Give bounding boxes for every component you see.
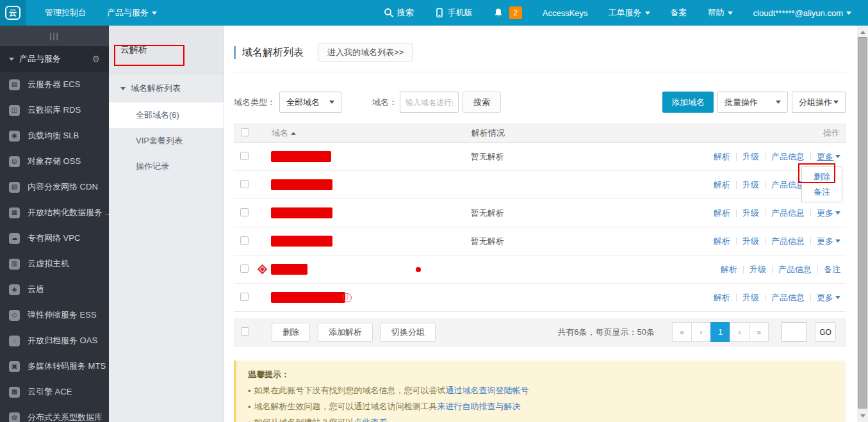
menu-item-delete[interactable]: 删除 xyxy=(814,171,830,183)
sidebar-header[interactable]: 产品与服务 ⚙ xyxy=(0,46,109,72)
redacted-domain xyxy=(271,264,307,275)
sidebar-item-ace[interactable]: ▩云引擎 ACE xyxy=(0,379,109,405)
sidebar-item-webhosting[interactable]: ▥云虚拟主机 xyxy=(0,251,109,277)
switch-group-button[interactable]: 切换分组 xyxy=(381,323,436,342)
current-page-button[interactable]: 1 xyxy=(710,322,730,342)
domain-search-input[interactable] xyxy=(400,92,459,113)
delete-button[interactable]: 删除 xyxy=(272,323,310,342)
sidebar-item-slb[interactable]: ◉负载均衡 SLB xyxy=(0,123,109,149)
product-info-link[interactable]: 产品信息 xyxy=(771,151,805,163)
sidebar-collapse-handle[interactable]: ||| xyxy=(0,26,109,46)
resolve-link[interactable]: 解析 xyxy=(714,292,730,304)
nav-mobile[interactable]: 手机版 xyxy=(424,0,483,26)
resolve-link[interactable]: 解析 xyxy=(714,179,730,191)
sidebar-item-vpc[interactable]: ☁专有网络 VPC xyxy=(0,225,109,251)
row-checkbox[interactable] xyxy=(240,152,249,160)
more-link[interactable]: 更多 xyxy=(817,292,840,304)
prev-page-button[interactable]: ‹ xyxy=(691,322,711,342)
nav-accesskeys[interactable]: AccessKeys xyxy=(532,0,598,26)
nav-account-menu[interactable]: cloudt******@aliyun.com xyxy=(743,0,862,26)
resolve-link[interactable]: 解析 xyxy=(714,236,730,247)
sidebar-item-yundun[interactable]: ◈云盾 xyxy=(0,277,109,302)
chevron-down-icon xyxy=(776,101,781,104)
sidebar-item-ecs[interactable]: ▤云服务器 ECS xyxy=(0,72,109,97)
load-balancer-icon: ◉ xyxy=(9,131,20,142)
product-info-link[interactable]: 产品信息 xyxy=(771,179,805,191)
enter-domain-list-button[interactable]: 进入我的域名列表>> xyxy=(318,44,413,61)
nav-beian[interactable]: 备案 xyxy=(660,0,698,26)
sidebar-item-cdn[interactable]: ▧内容分发网络 CDN xyxy=(0,174,109,200)
scroll-down-arrow-icon[interactable] xyxy=(857,410,868,421)
view-guide-link[interactable]: 点此查看 xyxy=(354,417,388,422)
add-record-button[interactable]: 添加解析 xyxy=(318,323,373,342)
upgrade-link[interactable]: 升级 xyxy=(749,264,766,275)
last-page-button[interactable]: » xyxy=(749,322,769,342)
group-actions-select[interactable]: 分组操作 xyxy=(792,92,846,113)
search-button[interactable]: 搜索 xyxy=(463,92,501,113)
query-account-link[interactable]: 通过域名查询登陆帐号 xyxy=(446,385,529,396)
product-info-link[interactable]: 产品信息 xyxy=(771,292,805,304)
menu-item-remark[interactable]: 备注 xyxy=(814,186,830,198)
select-all-checkbox[interactable] xyxy=(241,327,249,336)
nav-search[interactable]: 搜索 xyxy=(373,0,424,26)
sidebar-item-rds[interactable]: ◫云数据库 RDS xyxy=(0,97,109,123)
remark-link[interactable]: 备注 xyxy=(824,264,840,275)
nav-tickets-menu[interactable]: 工单服务 xyxy=(598,0,660,26)
actions-column-header: 操作 xyxy=(664,127,845,139)
distributed-db-icon: ◍ xyxy=(9,412,20,422)
subnav-item-all-domains[interactable]: 全部域名(6) xyxy=(109,102,224,128)
bell-icon xyxy=(493,8,504,18)
nav-notifications[interactable]: 2 xyxy=(483,0,532,26)
upgrade-link[interactable]: 升级 xyxy=(742,179,759,191)
add-domain-button[interactable]: 添加域名 xyxy=(662,92,714,113)
product-info-link[interactable]: 产品信息 xyxy=(771,236,805,247)
aliyun-logo[interactable]: 云 xyxy=(0,0,26,26)
sidebar-item-ess[interactable]: ◇弹性伸缩服务 ESS xyxy=(0,302,109,328)
resolve-link[interactable]: 解析 xyxy=(714,151,730,163)
more-link[interactable]: 更多 xyxy=(817,207,840,219)
sidebar-item-drds[interactable]: ◍分布式关系型数据库 xyxy=(0,405,109,422)
upgrade-link[interactable]: 升级 xyxy=(742,236,759,247)
subnav-group-domain-list[interactable]: 域名解析列表 xyxy=(109,74,224,102)
sidebar-item-ots[interactable]: ▦开放结构化数据服务 ... xyxy=(0,200,109,225)
next-page-button[interactable]: › xyxy=(730,322,749,342)
self-check-link[interactable]: 来进行自助排查与解决 xyxy=(438,401,521,412)
row-checkbox[interactable] xyxy=(240,264,249,273)
shield-icon: ◈ xyxy=(9,284,20,295)
vertical-scrollbar[interactable] xyxy=(857,26,868,422)
subnav-item-operation-log[interactable]: 操作记录 xyxy=(109,154,224,179)
more-link[interactable]: 更多 xyxy=(817,236,840,247)
row-checkbox[interactable] xyxy=(240,180,249,188)
nav-help-menu[interactable]: 帮助 xyxy=(698,0,743,26)
scroll-up-arrow-icon[interactable] xyxy=(857,27,868,37)
nav-products-menu[interactable]: 产品与服务 xyxy=(97,0,167,26)
upgrade-link[interactable]: 升级 xyxy=(742,292,759,304)
row-checkbox[interactable] xyxy=(240,208,249,216)
resolve-link[interactable]: 解析 xyxy=(721,264,737,275)
subnav-item-vip-packages[interactable]: VIP套餐列表 xyxy=(109,128,224,154)
scrollbar-thumb[interactable] xyxy=(858,37,867,409)
batch-actions-select[interactable]: 批量操作 xyxy=(717,92,788,113)
product-info-link[interactable]: 产品信息 xyxy=(771,207,805,219)
cdn-icon: ▧ xyxy=(9,182,20,193)
domain-column-header[interactable]: 域名 xyxy=(272,127,296,139)
resolve-link[interactable]: 解析 xyxy=(714,207,730,219)
go-button[interactable]: GO xyxy=(815,322,836,342)
sidebar-item-mts[interactable]: ▣多媒体转码服务 MTS xyxy=(0,353,109,379)
sidebar-item-oss[interactable]: ◎对象存储 OSS xyxy=(0,149,109,174)
row-checkbox[interactable] xyxy=(240,293,249,301)
divider xyxy=(736,238,737,245)
sidebar-item-oas[interactable]: ◌开放归档服务 OAS xyxy=(0,328,109,353)
first-page-button[interactable]: « xyxy=(672,322,692,342)
gear-icon[interactable]: ⚙ xyxy=(92,54,100,64)
upgrade-link[interactable]: 升级 xyxy=(742,207,759,219)
product-info-link[interactable]: 产品信息 xyxy=(778,264,812,275)
select-all-checkbox[interactable] xyxy=(241,128,249,136)
more-link[interactable]: 更多 xyxy=(817,151,840,163)
nav-console[interactable]: 管理控制台 xyxy=(35,0,97,26)
upgrade-link[interactable]: 升级 xyxy=(742,151,759,163)
domain-type-select[interactable]: 全部域名 xyxy=(279,92,341,113)
row-checkbox[interactable] xyxy=(240,236,249,245)
page-jump-input[interactable] xyxy=(782,322,807,342)
info-icon[interactable]: i xyxy=(343,293,352,302)
